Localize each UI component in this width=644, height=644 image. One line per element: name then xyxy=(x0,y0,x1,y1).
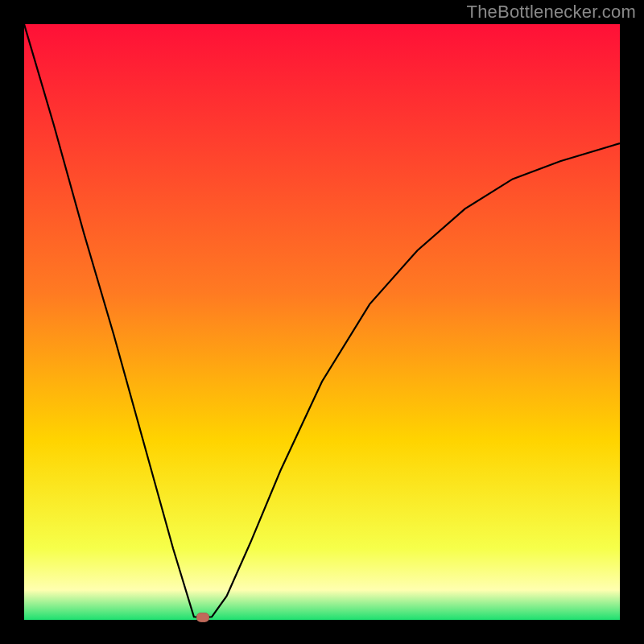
chart-area xyxy=(24,24,620,620)
bottleneck-chart-svg xyxy=(24,24,620,620)
chart-background-gradient xyxy=(24,24,620,620)
optimal-point-marker xyxy=(196,613,209,622)
watermark-label: TheBottlenecker.com xyxy=(467,2,636,23)
